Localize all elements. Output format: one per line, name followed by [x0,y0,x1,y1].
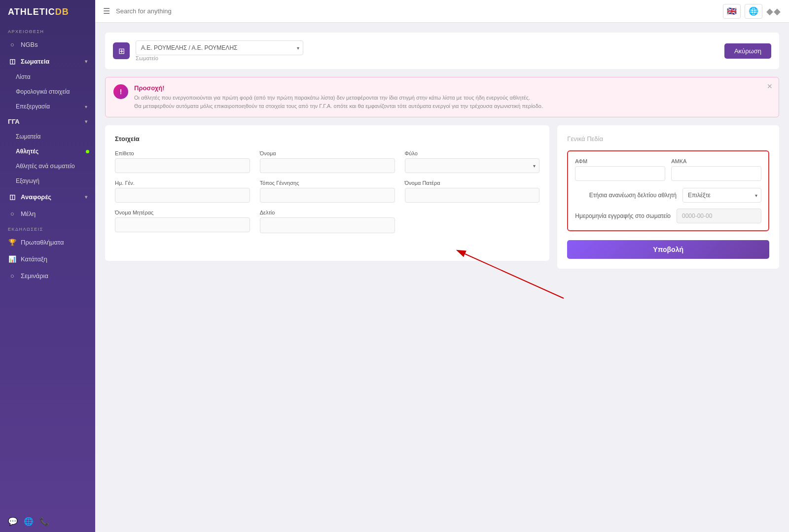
fylo-select[interactable] [405,158,540,173]
filter-select[interactable]: Α.Ε. ΡΟΥΜΕΛΗΣ / Α.Ε. ΡΟΥΜΕΛΗΣ [136,40,303,55]
alert-text-line1: Οι αθλητές που ενεργοποιούνται για πρώτη… [134,94,543,102]
grid-icon: ◫ [8,192,17,201]
sidebar-item-label: ΓΓΑ [8,118,20,125]
onoma-label: Όνομα [260,150,395,156]
alert-close-button[interactable]: ✕ [767,82,773,90]
reg-date-row: Ημερομηνία εγγραφής στο σωματείο [575,209,761,223]
filter-select-wrapper: Α.Ε. ΡΟΥΜΕΛΗΣ / Α.Ε. ΡΟΥΜΕΛΗΣ ▾ [136,40,303,55]
fylo-field: Φύλο ▾ [405,150,540,173]
sidebar-item-label: Αναφορές [21,193,51,201]
renewal-select[interactable]: Επιλέξτε Ναι Όχι [682,188,761,203]
sidebar-item-protathlimata[interactable]: 🏆 Πρωταθλήματα [0,234,95,250]
afm-label: ΑΦΜ [575,158,665,164]
circle-icon: ○ [8,40,17,49]
sidebar-item-seminaria[interactable]: ○ Σεμινάρια [0,267,95,284]
svg-line-1 [465,254,564,298]
search-input[interactable] [116,7,717,15]
fylo-label: Φύλο [405,150,540,156]
hm-gen-input[interactable] [115,188,250,203]
user-menu-button[interactable]: ◆◆ [766,6,781,17]
afm-field: ΑΦΜ [575,158,665,181]
stoixeia-fields: Επίθετο Όνομα Φύλο ▾ [115,150,539,237]
sidebar-item-label: Σεμινάρια [21,272,48,280]
alert-content: Προσοχή! Οι αθλητές που ενεργοποιούνται … [134,84,543,110]
topbar-actions: 🇬🇧 🌐 ◆◆ [723,4,781,19]
sidebar-item-forologia[interactable]: Φορολογικά στοιχεία [0,84,95,99]
deltio-label: Δελτίο [260,210,395,215]
deltio-value-2 [260,233,395,237]
sidebar-item-athletes-somateio[interactable]: Αθλητές ανά σωματείο [0,159,95,174]
amka-field: ΑΜΚΑ [671,158,761,181]
section-label-ekdilwseis: ΕΚΔΗΛΩΣΕΙΣ [0,222,95,234]
onoma-miteras-input[interactable] [115,217,250,232]
sidebar-item-label: Σωματεία [21,58,49,65]
menu-icon[interactable]: ☰ [103,6,110,16]
content-area: ⊞ Α.Ε. ΡΟΥΜΕΛΗΣ / Α.Ε. ΡΟΥΜΕΛΗΣ ▾ Σωματε… [95,23,789,532]
reg-date-label: Ημερομηνία εγγραφής στο σωματείο [575,213,671,219]
onoma-patera-label: Όνομα Πατέρα [405,180,540,186]
app-logo: ATHLETICDB [0,0,95,24]
genika-title: Γενικά Πεδία [567,135,769,142]
sidebar-item-athletes[interactable]: Αθλητές [0,144,95,159]
onoma-patera-input[interactable] [405,188,540,203]
topos-genesis-input[interactable] [260,188,395,203]
onoma-input[interactable] [260,158,395,173]
chevron-down-icon: ▾ [85,119,87,124]
epitheto-label: Επίθετο [115,150,250,156]
hm-gen-field: Ημ. Γέν. [115,180,250,203]
globe-icon[interactable]: 🌐 [24,517,34,526]
amka-label: ΑΜΚΑ [671,158,761,164]
filter-right: Ακύρωση [724,43,771,59]
sidebar-item-label: Πρωταθλήματα [21,239,64,246]
sidebar-item-katataksi[interactable]: 📊 Κατάταξη [0,250,95,267]
main-area: ☰ 🇬🇧 🌐 ◆◆ ⊞ Α.Ε. ΡΟΥΜΕΛΗΣ / Α.Ε. ΡΟΥΜΕΛΗ… [95,0,789,532]
annotation-arrow [411,244,657,303]
sidebar-item-epexergasia[interactable]: Επεξεργασία ▾ [0,99,95,114]
onoma-miteras-field: Όνομα Μητέρας [115,210,250,237]
sidebar-item-gga-somateio[interactable]: Σωματεία [0,129,95,144]
topos-genesis-label: Τόπος Γέννησης [260,180,395,186]
deltio-value-1 [260,217,395,233]
sidebar-item-ngbs[interactable]: ○ NGBs [0,36,95,53]
sidebar-item-meli[interactable]: ○ Μέλη [0,205,95,222]
sidebar-item-label: Εξαγωγή [16,177,39,184]
sidebar-item-somateio[interactable]: ◫ Σωματεία ▾ [0,53,95,70]
sidebar-bottom-actions: 💬 🌐 📞 [0,511,95,532]
hm-gen-label: Ημ. Γέν. [115,180,250,186]
trophy-icon: 🏆 [8,238,17,247]
epitheto-input[interactable] [115,158,250,173]
sidebar-item-label: NGBs [21,41,38,48]
language-globe-button[interactable]: 🌐 [745,4,762,19]
topbar: ☰ 🇬🇧 🌐 ◆◆ [95,0,789,23]
alert-box: ! Προσοχή! Οι αθλητές που ενεργοποιούντα… [105,77,779,117]
reg-date-input[interactable] [677,209,761,223]
alert-title: Προσοχή! [134,84,543,92]
sidebar-item-gga[interactable]: ΓΓΑ ▾ [0,114,95,129]
sidebar-item-label: Λίστα [16,73,31,80]
renewal-row: Ετήσια ανανέωση δελτίου αθλητή Επιλέξτε … [575,188,761,203]
sidebar-item-label: Μέλη [21,210,36,217]
afm-amka-row: ΑΦΜ ΑΜΚΑ [575,158,761,181]
language-en-button[interactable]: 🇬🇧 [723,4,741,19]
section-label-archeiothesi: ΑΡΧΕΙΟΘΕΣΗ [0,24,95,36]
phone-icon[interactable]: 📞 [39,517,49,526]
alert-icon: ! [113,84,128,99]
sidebar-item-lista[interactable]: Λίστα [0,70,95,84]
epitheto-field: Επίθετο [115,150,250,173]
sidebar-item-anafores[interactable]: ◫ Αναφορές ▾ [0,188,95,205]
cancel-button[interactable]: Ακύρωση [724,43,771,59]
arrow-annotation [105,269,779,328]
alert-text-line2: Θα μεταφερθούν αυτόματα μόλις επικαιροπο… [134,102,543,110]
sidebar-item-label: Σωματεία [16,133,40,140]
person-icon: ○ [8,209,17,218]
chat-icon[interactable]: 💬 [8,517,18,526]
filter-icon: ⊞ [113,42,130,59]
sidebar-item-export[interactable]: Εξαγωγή [0,174,95,188]
stoixeia-title: Στοιχεία [115,135,539,142]
afm-input[interactable] [575,166,665,181]
amka-input[interactable] [671,166,761,181]
grid-icon: ◫ [8,57,17,66]
topos-genesis-field: Τόπος Γέννησης [260,180,395,203]
chart-icon: 📊 [8,254,17,263]
onoma-miteras-label: Όνομα Μητέρας [115,210,250,215]
